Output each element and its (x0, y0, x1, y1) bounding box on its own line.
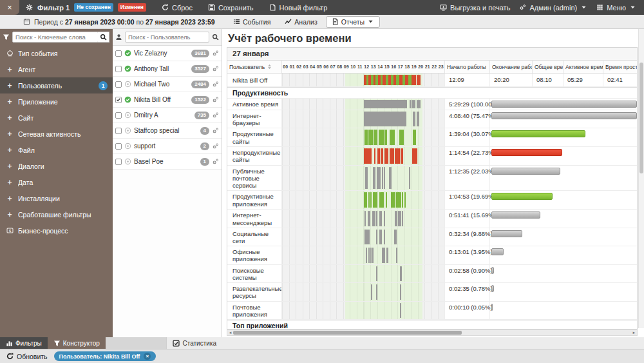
hour-label: 06 (323, 64, 330, 69)
user-checkbox[interactable] (115, 81, 122, 88)
horizontal-scrollbar[interactable]: ◄ ► (227, 329, 638, 336)
menu-button[interactable]: Меню (596, 4, 636, 12)
hour-label: 17 (397, 64, 404, 69)
report-row[interactable]: Интернет-мессенджеры0:51:41 (15.69%) (227, 210, 637, 228)
user-row[interactable]: Anthony Tall3527 (113, 61, 222, 77)
expand-plus-icon: + (6, 130, 14, 138)
activity-mark (387, 248, 388, 262)
sidebar-item-triggered-filters[interactable]: +Сработавшие фильтры (0, 206, 113, 222)
user-settings-icon[interactable] (212, 112, 219, 119)
report-row[interactable]: Развлекательные ресурсы0:02:35 (0.78%) (227, 283, 637, 302)
scroll-right-arrow[interactable]: ► (631, 330, 637, 335)
search-icon[interactable] (212, 34, 219, 41)
report-row[interactable]: Офисные приложения0:13:01 (3.95%) (227, 246, 637, 264)
event-count-badge: 3681 (191, 50, 209, 57)
report-row[interactable]: Продуктивные приложения1:04:53 (19.69%) (227, 191, 637, 210)
user-row[interactable]: Staffcop special4 (113, 123, 222, 139)
report-row[interactable]: Продуктивные сайты1:39:04 (30.07%) (227, 128, 637, 146)
user-search-input[interactable] (125, 32, 209, 43)
user-checkbox[interactable] (115, 159, 122, 165)
user-summary-row[interactable]: Nikita Bill Off12:0920:2008:1005:2902:41 (227, 74, 637, 87)
report-row[interactable]: Почтовые приложения0:00:10 (0.05%) (227, 302, 637, 320)
user-row[interactable]: Michael Two2484 (113, 77, 222, 92)
sidebar-item-user[interactable]: +Пользователь1 (0, 77, 113, 93)
user-checkbox[interactable] (115, 112, 122, 119)
horizontal-scroll-thumb[interactable] (233, 331, 462, 335)
save-button[interactable]: Сохранить (208, 4, 254, 12)
event-count-badge: 3527 (191, 65, 209, 73)
sidebar-item-site[interactable]: +Сайт (0, 110, 113, 126)
user-filter-chip[interactable]: Пользователь: Nikita Bill Off× (54, 351, 156, 361)
user-row[interactable]: support2 (113, 139, 222, 154)
activity-mark (384, 248, 385, 262)
report-row[interactable]: Поисковые системы0:02:58 (0.90%) (227, 265, 637, 283)
user-checkbox[interactable] (115, 50, 122, 57)
sidebar-item-network-activity[interactable]: +Сетевая активность (0, 126, 113, 142)
user-settings-icon[interactable] (212, 96, 219, 103)
view-tab-события[interactable]: События (227, 16, 276, 28)
export-print-button[interactable]: Выгрузка и печать (440, 4, 510, 12)
sidebar-item-installations[interactable]: +Инсталляции (0, 190, 113, 206)
user-icon (115, 34, 122, 41)
user-row[interactable]: Nikita Bill Off1522 (113, 92, 222, 108)
vertical-scroll-thumb[interactable] (639, 63, 643, 173)
vertical-scrollbar[interactable] (638, 29, 644, 328)
sidebar-item-application[interactable]: +Приложение (0, 93, 113, 110)
column-header-user[interactable]: Пользователь (227, 61, 282, 73)
user-settings-icon[interactable] (212, 158, 219, 165)
user-settings-icon[interactable] (212, 81, 219, 88)
user-row[interactable]: Basel Poe1 (113, 154, 222, 170)
column-header-idle[interactable]: Время простоя (603, 61, 637, 73)
user-settings-icon[interactable] (212, 65, 219, 72)
view-tab-анализ[interactable]: Анализ (279, 16, 323, 28)
user-row[interactable]: Vic Zelazny3681 (113, 46, 222, 61)
user-row[interactable]: Dmitry A735 (113, 108, 222, 123)
user-checkbox[interactable] (115, 66, 122, 72)
close-panel-tab[interactable]: × (0, 0, 19, 15)
scroll-left-arrow[interactable]: ◄ (227, 330, 233, 335)
tab-statistics[interactable]: Статистика (166, 337, 222, 349)
column-header-start[interactable]: Начало работы (445, 61, 490, 73)
period-selector[interactable]: Период с 27 января 2023 00:00 по 27 янва… (0, 18, 222, 26)
user-row-idle: 02:41 (603, 74, 637, 86)
column-header-end[interactable]: Окончание работы (490, 61, 533, 73)
timeline-grid (282, 265, 444, 282)
view-tab-отчеты[interactable]: Отчеты (326, 16, 380, 28)
user-settings-icon[interactable] (212, 142, 219, 150)
sidebar-item-business-process[interactable]: $Бизнес-процесс (0, 222, 113, 239)
user-settings-icon[interactable] (212, 127, 219, 134)
sidebar-item-event-type[interactable]: Тип события (0, 45, 113, 61)
column-header-total[interactable]: Общее время (533, 61, 564, 73)
admin-menu-button[interactable]: Админ (admin) (519, 4, 587, 12)
report-row[interactable]: Публичные почтовые сервисы1:12:35 (22.03… (227, 166, 637, 191)
sidebar-item-dialogs[interactable]: +Диалоги (0, 158, 113, 174)
sidebar-item-agent[interactable]: +Агент (0, 61, 113, 77)
report-row[interactable]: Социальные сети0:32:34 (9.88%) (227, 228, 637, 246)
report-row[interactable]: Непродуктивные сайты1:14:54 (22.73%) (227, 147, 637, 166)
reset-button[interactable]: Сброс (162, 4, 193, 12)
activity-mark (405, 112, 406, 126)
users-search (113, 29, 222, 46)
user-checkbox[interactable] (115, 128, 122, 134)
sidebar-item-label: Пользователь (18, 82, 94, 90)
tab-filters[interactable]: Фильтры (0, 337, 48, 349)
sidebar-item-date[interactable]: +Дата (0, 174, 113, 190)
user-checkbox[interactable] (115, 143, 122, 150)
sidebar-item-file[interactable]: +Файл (0, 142, 113, 158)
unsaved-badge: Не сохранен (74, 3, 113, 12)
report-icon (332, 18, 339, 25)
report-row-label: Поисковые системы (227, 265, 282, 282)
tab-constructor[interactable]: Конструктор (48, 337, 106, 349)
search-button[interactable] (98, 32, 109, 43)
user-checkbox[interactable] (115, 97, 122, 103)
column-header-active[interactable]: Активное время (564, 61, 603, 73)
activity-mark (370, 148, 372, 164)
user-settings-icon[interactable] (212, 50, 219, 57)
hour-label: 00 (282, 64, 289, 69)
chip-close-icon[interactable]: × (144, 353, 151, 360)
new-filter-button[interactable]: Новый фильтр (269, 4, 328, 12)
refresh-button[interactable]: Обновить (6, 353, 48, 360)
keyword-search-input[interactable] (12, 32, 99, 43)
report-row[interactable]: Интернет-браузеры4:08:40 (75.47%) (227, 110, 637, 128)
report-row[interactable]: Активное время5:29:29 (100.00%) (227, 99, 637, 110)
